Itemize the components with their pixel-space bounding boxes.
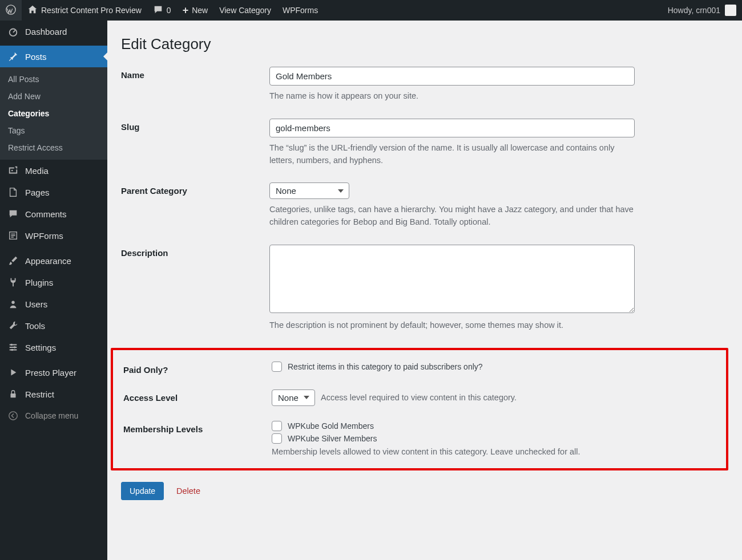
description-label: Description <box>121 245 269 258</box>
svg-point-2 <box>11 170 13 172</box>
submenu-tags[interactable]: Tags <box>0 122 107 139</box>
menu-posts[interactable]: Posts <box>0 46 107 67</box>
menu-media-label: Media <box>25 166 49 176</box>
pin-icon <box>7 51 19 62</box>
comments-link[interactable]: 0 <box>147 0 177 21</box>
menu-tools-label: Tools <box>25 321 45 331</box>
menu-users-label: Users <box>25 299 47 309</box>
content-area: Edit Category Name The name is how it ap… <box>107 21 742 560</box>
delete-link[interactable]: Delete <box>176 486 200 496</box>
admin-sidebar: Dashboard Posts All Posts Add New Catego… <box>0 21 107 560</box>
paid-only-label: Paid Only? <box>123 362 272 375</box>
user-icon <box>7 299 19 309</box>
svg-rect-8 <box>11 393 16 397</box>
brush-icon <box>7 255 19 266</box>
access-level-label: Access Level <box>123 389 272 403</box>
wpforms-top-label: WPForms <box>283 6 318 15</box>
menu-posts-label: Posts <box>25 52 47 62</box>
svg-point-7 <box>11 349 13 351</box>
slug-input[interactable] <box>269 119 635 137</box>
menu-presto[interactable]: Presto Player <box>0 362 107 383</box>
paid-only-check-label: Restrict items in this category to paid … <box>288 362 483 371</box>
svg-point-9 <box>9 412 17 420</box>
menu-appearance[interactable]: Appearance <box>0 250 107 271</box>
svg-point-6 <box>14 346 16 348</box>
form-icon <box>7 230 19 241</box>
submenu-add-new[interactable]: Add New <box>0 88 107 105</box>
view-category-link[interactable]: View Category <box>213 0 277 21</box>
slug-label: Slug <box>121 119 269 132</box>
admin-bar: Restrict Content Pro Review 0 + New View… <box>0 0 742 21</box>
paid-only-checkbox[interactable] <box>272 362 282 372</box>
page-title: Edit Category <box>121 35 728 53</box>
posts-submenu: All Posts Add New Categories Tags Restri… <box>0 67 107 160</box>
menu-presto-label: Presto Player <box>25 368 76 378</box>
comment-icon <box>153 5 163 17</box>
greeting-text: Howdy, crn001 <box>668 6 720 15</box>
view-label: View Category <box>219 6 271 15</box>
collapse-menu[interactable]: Collapse menu <box>0 405 107 427</box>
ml-gold-label: WPKube Gold Members <box>288 421 374 431</box>
menu-appearance-label: Appearance <box>25 256 71 266</box>
svg-point-5 <box>11 344 13 346</box>
sliders-icon <box>7 342 19 352</box>
parent-label: Parent Category <box>121 182 269 196</box>
restrict-settings-highlight: Paid Only? Restrict items in this catego… <box>111 348 728 471</box>
menu-restrict[interactable]: Restrict <box>0 383 107 405</box>
page-icon <box>7 187 19 197</box>
wpforms-link[interactable]: WPForms <box>277 0 324 21</box>
menu-dashboard-label: Dashboard <box>25 27 67 36</box>
ml-silver-checkbox[interactable] <box>272 433 282 444</box>
parent-select[interactable]: None <box>269 182 349 199</box>
submenu-categories[interactable]: Categories <box>0 105 107 122</box>
menu-wpforms-label: WPForms <box>25 231 63 241</box>
comments-icon <box>7 209 19 219</box>
submenu-restrict-access[interactable]: Restrict Access <box>0 139 107 156</box>
membership-levels-help: Membership levels allowed to view conten… <box>272 446 637 458</box>
menu-plugins[interactable]: Plugins <box>0 271 107 293</box>
plus-icon: + <box>183 5 189 17</box>
lock-icon <box>7 389 19 399</box>
wordpress-icon <box>6 5 16 17</box>
collapse-label: Collapse menu <box>25 411 78 420</box>
description-help: The description is not prominent by defa… <box>269 319 635 332</box>
svg-point-4 <box>11 301 14 304</box>
new-label: New <box>192 6 208 15</box>
menu-tools[interactable]: Tools <box>0 315 107 336</box>
plug-icon <box>7 277 19 287</box>
menu-settings[interactable]: Settings <box>0 336 107 358</box>
site-name: Restrict Content Pro Review <box>41 6 142 15</box>
new-content-link[interactable]: + New <box>177 0 214 21</box>
menu-wpforms[interactable]: WPForms <box>0 225 107 246</box>
wrench-icon <box>7 320 19 331</box>
wp-logo[interactable] <box>0 0 22 21</box>
menu-users[interactable]: Users <box>0 293 107 315</box>
dashboard-icon <box>7 26 19 36</box>
menu-pages[interactable]: Pages <box>0 181 107 203</box>
menu-pages-label: Pages <box>25 188 50 197</box>
media-icon <box>7 165 19 176</box>
update-button[interactable]: Update <box>121 482 164 500</box>
parent-help: Categories, unlike tags, can have a hier… <box>269 204 635 229</box>
menu-restrict-label: Restrict <box>25 389 54 399</box>
name-help: The name is how it appears on your site. <box>269 90 635 103</box>
menu-media[interactable]: Media <box>0 160 107 181</box>
access-level-help: Access level required to view content in… <box>321 393 517 402</box>
name-input[interactable] <box>269 67 635 86</box>
ml-silver-label: WPKube Silver Members <box>288 434 377 443</box>
menu-settings-label: Settings <box>25 343 56 352</box>
ml-gold-checkbox[interactable] <box>272 421 282 431</box>
membership-levels-label: Membership Levels <box>123 421 272 434</box>
play-icon <box>7 367 19 378</box>
submenu-all-posts[interactable]: All Posts <box>0 71 107 88</box>
comments-count: 0 <box>167 6 171 15</box>
site-name-link[interactable]: Restrict Content Pro Review <box>22 0 147 21</box>
menu-comments-label: Comments <box>25 209 67 219</box>
avatar <box>725 5 736 16</box>
menu-dashboard[interactable]: Dashboard <box>0 21 107 42</box>
access-level-select[interactable]: None <box>272 389 315 406</box>
description-textarea[interactable] <box>269 245 635 313</box>
menu-comments[interactable]: Comments <box>0 203 107 225</box>
user-greeting-link[interactable]: Howdy, crn001 <box>662 0 742 21</box>
slug-help: The “slug” is the URL-friendly version o… <box>269 142 635 167</box>
